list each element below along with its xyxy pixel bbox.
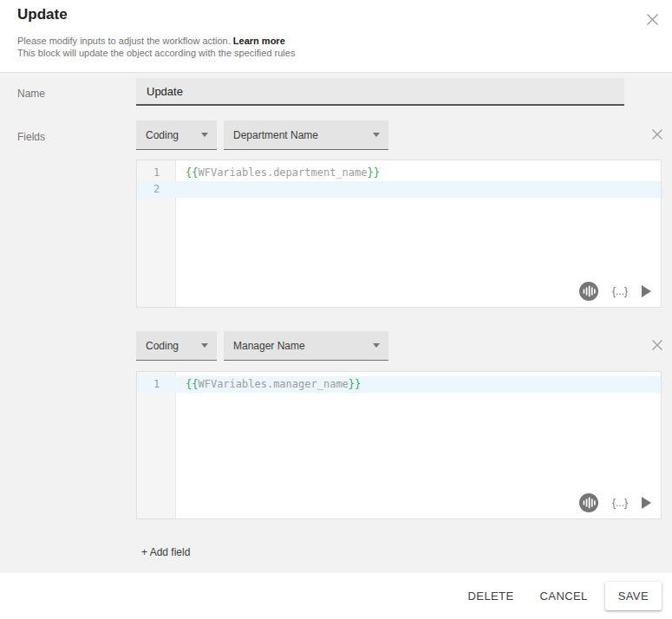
code-text — [176, 181, 661, 198]
code-text: {{WFVariables.manager_name}} — [176, 376, 661, 393]
subtitle-text: Please modify inputs to adjust the workf… — [17, 36, 233, 46]
add-field-button[interactable]: + Add field — [136, 541, 195, 564]
update-action-dialog: Update Please modify inputs to adjust th… — [0, 0, 672, 619]
code-text: {{WFVariables.department_name}} — [176, 165, 661, 181]
field-name-select-2[interactable]: Manager Name — [224, 331, 388, 361]
dialog-subtitle: Please modify inputs to adjust the workf… — [17, 36, 285, 46]
field-type-value-1: Coding — [146, 129, 179, 141]
close-icon — [646, 13, 659, 26]
code-line: 1 {{WFVariables.department_name}} — [137, 165, 661, 181]
insert-variable-icon[interactable]: {...} — [612, 497, 628, 509]
close-icon — [651, 339, 663, 351]
run-icon[interactable] — [642, 285, 651, 297]
field-name-value-1: Department Name — [233, 129, 318, 141]
remove-field-button-1[interactable] — [648, 125, 667, 144]
insert-variable-icon[interactable]: {...} — [612, 285, 628, 297]
name-label: Name — [17, 88, 45, 100]
waveform-icon[interactable] — [579, 493, 598, 512]
code-editor-1[interactable]: 1 {{WFVariables.department_name}} 2 — [136, 160, 662, 308]
line-number: 1 — [137, 376, 176, 393]
field-type-select-1[interactable]: Coding — [136, 121, 217, 150]
chevron-down-icon — [201, 343, 208, 348]
waveform-icon[interactable] — [579, 282, 598, 301]
code-line-active: 2 — [137, 181, 661, 198]
field-name-select-1[interactable]: Department Name — [224, 121, 388, 150]
editor-actions: {...} — [579, 282, 651, 301]
line-number: 2 — [137, 181, 176, 198]
editor-actions: {...} — [579, 493, 651, 512]
dialog-body: Name Fields Coding Department Name 1 {{W… — [0, 73, 672, 573]
chevron-down-icon — [373, 133, 380, 137]
remove-field-button-2[interactable] — [648, 336, 667, 355]
close-icon — [651, 128, 663, 140]
field-type-value-2: Coding — [146, 340, 179, 352]
dialog-header: Update Please modify inputs to adjust th… — [0, 0, 672, 73]
run-icon[interactable] — [642, 497, 651, 509]
chevron-down-icon — [201, 133, 208, 137]
chevron-down-icon — [373, 343, 380, 348]
code-editor-2[interactable]: 1 {{WFVariables.manager_name}} — [136, 371, 662, 519]
dialog-close-button[interactable] — [643, 10, 661, 28]
code-line-active: 1 {{WFVariables.manager_name}} — [137, 376, 661, 393]
save-button[interactable]: SAVE — [605, 582, 662, 610]
dialog-description: This block will update the object accord… — [17, 48, 295, 58]
fields-label: Fields — [17, 131, 45, 143]
line-number-gutter — [137, 372, 176, 518]
line-number: 1 — [137, 165, 176, 181]
field-name-value-2: Manager Name — [233, 340, 305, 352]
learn-more-link[interactable]: Learn more — [233, 36, 285, 46]
name-input[interactable] — [136, 78, 624, 106]
field-type-select-2[interactable]: Coding — [136, 331, 217, 361]
dialog-title: Update — [17, 6, 68, 23]
cancel-button[interactable]: CANCEL — [532, 582, 597, 610]
dialog-footer: DELETE CANCEL SAVE — [0, 573, 672, 619]
delete-button[interactable]: DELETE — [460, 582, 523, 610]
